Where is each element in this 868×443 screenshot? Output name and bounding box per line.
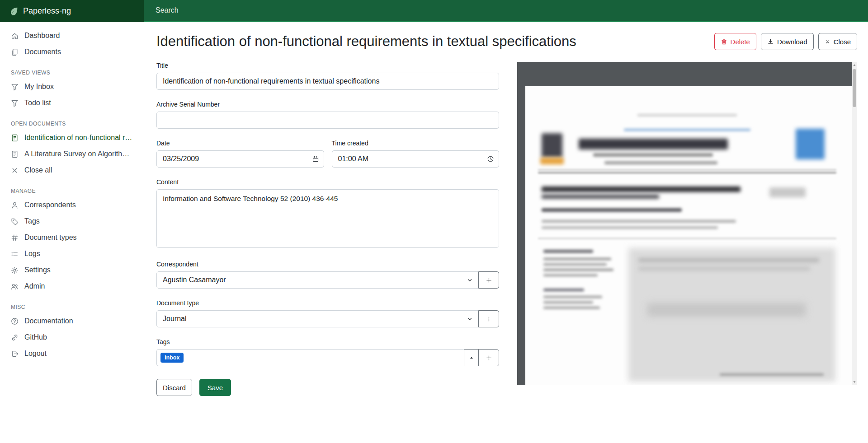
manage-header: MANAGE <box>0 178 144 197</box>
close-button[interactable]: Close <box>818 33 857 50</box>
logout-icon <box>11 350 19 358</box>
search-input[interactable] <box>144 0 868 21</box>
paperless-leaf-icon <box>9 6 19 16</box>
sidebar-item-todo-list[interactable]: Todo list <box>0 95 144 111</box>
page-header: Identification of non-functional require… <box>156 33 857 50</box>
sidebar-item-close-all[interactable]: Close all <box>0 162 144 178</box>
sidebar-open-document-other[interactable]: A Literature Survey on Algorithms for Mu… <box>0 146 144 162</box>
sidebar-item-label: Logout <box>24 350 47 358</box>
title-label: Title <box>156 62 499 69</box>
funnel-icon <box>11 83 19 91</box>
files-icon <box>11 48 19 56</box>
brand-home-link[interactable]: Paperless-ng <box>0 0 144 22</box>
blurred-abstract-smudge <box>638 258 819 262</box>
time-created-field-group: Time created <box>332 140 500 168</box>
blurred-keyword-line <box>543 307 600 309</box>
list-icon <box>11 250 19 258</box>
sidebar-item-label: GitHub <box>24 333 47 341</box>
tag-icon <box>11 218 19 225</box>
preview-scrollbar-thumb[interactable] <box>853 69 856 107</box>
calendar-icon[interactable] <box>312 155 319 163</box>
blurred-journal-subtitle <box>593 153 713 157</box>
plus-icon <box>486 316 492 322</box>
sidebar-item-label: Documents <box>24 48 61 56</box>
blurred-paper-title <box>542 187 741 192</box>
blurred-sciencedirect-logo <box>796 129 825 159</box>
blurred-publisher-logo-orange <box>540 158 564 164</box>
add-document-type-button[interactable] <box>478 310 499 327</box>
caret-up-icon <box>469 355 474 360</box>
pdf-page <box>525 86 852 385</box>
asn-field-group: Archive Serial Number <box>156 101 499 129</box>
sidebar-item-my-inbox[interactable]: My Inbox <box>0 79 144 95</box>
close-x-icon <box>825 39 830 45</box>
add-tag-button[interactable] <box>478 349 499 366</box>
date-input[interactable] <box>156 150 324 168</box>
blurred-authors-line <box>542 208 682 212</box>
sidebar: Dashboard Documents SAVED VIEWS My Inbox… <box>0 22 144 443</box>
sidebar-item-label: My Inbox <box>24 83 54 91</box>
download-button[interactable]: Download <box>761 33 814 50</box>
content-textarea[interactable]: Information and Software Technology 52 (… <box>156 189 499 248</box>
sidebar-item-admin[interactable]: Admin <box>0 278 144 294</box>
tags-dropdown-button[interactable] <box>464 349 479 366</box>
plus-icon <box>486 354 492 361</box>
blurred-abstract-smudge <box>647 303 806 317</box>
document-type-select[interactable]: Journal <box>156 310 479 327</box>
sidebar-item-logs[interactable]: Logs <box>0 246 144 262</box>
save-button[interactable]: Save <box>199 379 231 396</box>
discard-button[interactable]: Discard <box>156 379 192 396</box>
sidebar-item-label: Document types <box>24 233 77 242</box>
tags-input[interactable]: Inbox <box>156 349 464 366</box>
sidebar-item-correspondents[interactable]: Correspondents <box>0 197 144 213</box>
sidebar-item-label: Logs <box>24 250 40 258</box>
sidebar-item-label: Tags <box>24 217 40 225</box>
sidebar-item-label: Identification of non-functional require… <box>24 134 133 142</box>
blurred-publisher-logo <box>542 133 562 158</box>
preview-scrollbar[interactable] <box>852 62 857 385</box>
sidebar-item-tags[interactable]: Tags <box>0 213 144 229</box>
download-button-label: Download <box>777 38 807 46</box>
blurred-article-info-heading <box>543 250 593 253</box>
question-circle-icon <box>11 317 19 325</box>
sidebar-item-dashboard[interactable]: Dashboard <box>0 28 144 44</box>
sidebar-item-documentation[interactable]: Documentation <box>0 313 144 329</box>
blurred-rule-thin <box>538 169 836 170</box>
scroll-up-arrow-icon[interactable] <box>852 62 857 68</box>
blurred-rule-3 <box>538 238 836 239</box>
correspondent-label: Correspondent <box>156 261 499 268</box>
asn-input[interactable] <box>156 112 499 129</box>
time-created-input[interactable] <box>332 150 500 168</box>
brand-name: Paperless-ng <box>23 6 71 16</box>
title-input[interactable] <box>156 73 499 90</box>
top-navbar: Paperless-ng <box>0 0 868 22</box>
link-icon <box>11 334 19 341</box>
date-field-group: Date <box>156 140 324 168</box>
misc-header: MISC <box>0 294 144 313</box>
tag-badge-inbox[interactable]: Inbox <box>160 353 184 363</box>
sidebar-item-settings[interactable]: Settings <box>0 262 144 278</box>
blurred-paper-subtitle <box>542 195 659 199</box>
correspondent-select[interactable]: Agustin Casamayor <box>156 271 479 289</box>
date-time-row: Date Time created <box>156 140 499 178</box>
asn-label: Archive Serial Number <box>156 101 499 108</box>
sidebar-item-label: Close all <box>24 166 52 174</box>
chevron-down-icon <box>467 316 473 322</box>
sidebar-item-logout[interactable]: Logout <box>0 345 144 362</box>
sidebar-item-documents[interactable]: Documents <box>0 44 144 60</box>
blurred-journal-title <box>579 139 728 149</box>
clock-icon[interactable] <box>487 155 494 163</box>
sidebar-open-document-current[interactable]: Identification of non-functional require… <box>0 130 144 146</box>
title-field-group: Title <box>156 62 499 90</box>
person-icon <box>11 201 19 209</box>
sidebar-item-document-types[interactable]: Document types <box>0 229 144 246</box>
content-row: Title Archive Serial Number Date <box>156 62 857 396</box>
add-correspondent-button[interactable] <box>478 271 499 289</box>
document-type-field-group: Document type Journal <box>156 299 499 327</box>
delete-button[interactable]: Delete <box>714 33 756 50</box>
people-icon <box>11 283 19 290</box>
sidebar-item-github[interactable]: GitHub <box>0 329 144 345</box>
trash-icon <box>721 38 727 45</box>
sidebar-item-label: A Literature Survey on Algorithms for Mu… <box>24 150 133 158</box>
scroll-down-arrow-icon[interactable] <box>852 379 857 385</box>
